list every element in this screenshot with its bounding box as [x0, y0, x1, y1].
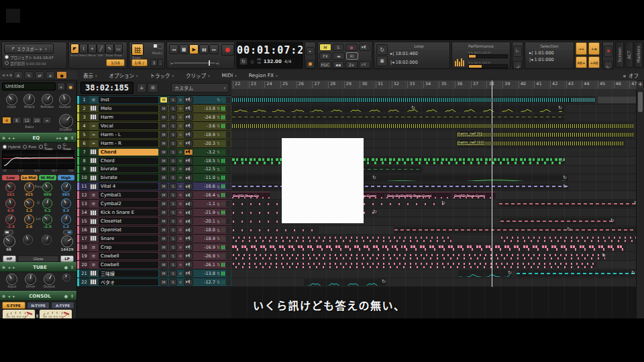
audio-clip[interactable]	[571, 97, 595, 103]
track-name[interactable]: Snare	[99, 235, 158, 242]
track-header-row[interactable]: 17SnareMS-18.9⇅	[77, 235, 231, 243]
track-name[interactable]: Cowbell	[99, 253, 158, 259]
arm-button[interactable]	[178, 174, 183, 182]
transport-position-slider[interactable]: |◂ ▸|	[170, 61, 219, 65]
eq-knob-freq-4[interactable]	[61, 182, 71, 192]
list-icon[interactable]: ≡	[46, 71, 55, 79]
tool-select[interactable]: ISelect	[79, 44, 87, 57]
mute-button[interactable]: M	[160, 270, 168, 277]
ab-button[interactable]: +AB	[588, 56, 600, 68]
track-a-icon[interactable]: A	[13, 71, 23, 79]
eq-header[interactable]: ⊕ ◂ ▸EQ▸▸ ● ⇕	[0, 133, 76, 143]
track-name[interactable]: ベタオ	[99, 279, 158, 286]
selection-corner-icon[interactable]: ∟	[513, 46, 522, 57]
audio-clip[interactable]	[598, 97, 639, 103]
audio-clip[interactable]	[458, 270, 512, 277]
audio-clip[interactable]: DelFD Trap Cy	[231, 192, 270, 198]
arm-button[interactable]	[178, 269, 183, 278]
arm-button[interactable]	[178, 182, 183, 190]
mute-button[interactable]: M	[160, 97, 168, 103]
console-type-a-type[interactable]: A-TYPE	[51, 302, 74, 309]
solo-button[interactable]: S	[169, 174, 177, 181]
toolbar-tab-act[interactable]: ACT	[625, 42, 633, 68]
track-name[interactable]: Crap	[99, 244, 158, 251]
mix-fx-button[interactable]: FX	[319, 52, 331, 60]
preset-field[interactable]: Untitled	[2, 82, 56, 90]
ab-button[interactable]: →+	[576, 42, 587, 55]
automation-cell[interactable]	[226, 218, 231, 225]
stop-button[interactable]: ■	[179, 44, 189, 54]
eq-knob-q-4[interactable]	[61, 198, 71, 208]
comp-attack-knob[interactable]	[23, 94, 35, 105]
track-speaker-button[interactable]	[184, 183, 193, 190]
mute-button[interactable]: M	[160, 235, 168, 242]
menu-トラック[interactable]: トラック▾	[144, 72, 180, 79]
solo-button[interactable]: S	[169, 149, 177, 156]
track-speaker-button[interactable]	[184, 131, 193, 138]
arm-button[interactable]	[178, 139, 183, 147]
mute-button[interactable]: M	[160, 209, 168, 216]
track-header-row[interactable]: 11Vital 4MS-18.6⇅	[77, 182, 231, 191]
mute-button[interactable]: M	[160, 183, 168, 190]
automation-cell[interactable]	[226, 209, 231, 216]
audio-clip[interactable]	[394, 227, 639, 233]
ab-button[interactable]: AB+	[576, 56, 587, 68]
ratio-4[interactable]: 4	[2, 117, 11, 124]
tube-header[interactable]: ⊕ ◂ ▸TUBE● ⇕	[0, 262, 76, 272]
eq-knob-lvl-1[interactable]	[5, 215, 15, 225]
solo-button[interactable]: S	[169, 270, 177, 277]
track-speaker-button[interactable]	[184, 149, 193, 156]
vertical-scrollbar[interactable]	[636, 89, 644, 318]
audio-clip[interactable]: harm_naf (9)	[457, 131, 634, 138]
track-header-row[interactable]: 9bivrateMS-12.5⇅	[77, 166, 231, 174]
mix-speaker-button[interactable]	[359, 44, 371, 51]
scroll-thumb[interactable]	[638, 92, 643, 112]
solo-button[interactable]: S	[169, 166, 177, 172]
solo-button[interactable]: S	[169, 123, 177, 129]
pause-button[interactable]: ▮▮	[199, 44, 209, 54]
track-header-row[interactable]: 20≡CowbellMS-26.1⇅	[77, 261, 231, 269]
audio-clip[interactable]	[231, 114, 566, 121]
add-track-button[interactable]: +	[137, 83, 146, 93]
punch-in-icon[interactable]	[604, 46, 612, 57]
dock-arrows-icon[interactable]: ≪ ▾ ⊞	[2, 73, 12, 77]
eq-mode-e-type[interactable]: E-Type	[39, 143, 54, 151]
automation-cell[interactable]	[226, 166, 231, 173]
mute-button[interactable]: M	[160, 131, 168, 138]
draw-resolution-chip[interactable]: 1/16	[106, 59, 125, 66]
automation-cell[interactable]	[226, 192, 231, 198]
tool-smart[interactable]: ◤Smart	[70, 44, 78, 57]
track-speaker-button[interactable]	[184, 261, 193, 268]
mute-button[interactable]: M	[160, 218, 168, 225]
menu-クリップ[interactable]: クリップ▾	[180, 72, 216, 79]
band-lo-mid[interactable]: Lo Mid	[21, 175, 38, 180]
arm-button[interactable]	[178, 113, 183, 121]
tempo-value[interactable]: 132.00	[264, 59, 282, 64]
record-arm-button[interactable]	[306, 60, 315, 68]
track-speaker-button[interactable]	[184, 105, 193, 112]
prochannel-icon[interactable]: ●	[56, 71, 67, 79]
track-speaker-button[interactable]	[184, 244, 193, 251]
audio-clip[interactable]	[231, 97, 570, 103]
eq-knob-q-2[interactable]	[24, 198, 34, 208]
console-type-n-type[interactable]: N-TYPE	[27, 302, 50, 309]
mute-button[interactable]: M	[160, 174, 168, 181]
track-header-row[interactable]: 1≡InstMS⇅	[77, 96, 231, 105]
loop-selection-icon[interactable]: ▣	[376, 56, 388, 66]
loop-start[interactable]: ▸| 18:01:480	[390, 51, 418, 56]
track-header-row[interactable]: 12≡Cymbal1MS-16.4⇅	[77, 191, 231, 200]
arm-button[interactable]	[178, 191, 183, 199]
ratio-∞[interactable]: ∞	[42, 117, 52, 124]
mute-button[interactable]: M	[160, 200, 168, 207]
arm-button[interactable]	[178, 278, 183, 286]
tube-vu-knob[interactable]	[62, 274, 70, 282]
tool-edit[interactable]: ╱Edit	[97, 44, 105, 57]
menu-Region FX[interactable]: Region FX▾	[243, 72, 284, 79]
gloss-button[interactable]: Gloss	[17, 255, 59, 262]
mix-●-button[interactable]: ●	[345, 44, 358, 51]
comp-release-knob[interactable]	[42, 94, 53, 105]
mix-▪▪-button[interactable]: ▪▪	[333, 61, 345, 68]
automation-cell[interactable]	[226, 279, 231, 286]
snap-num-chip[interactable]: 3	[150, 59, 158, 66]
arm-button[interactable]	[178, 208, 183, 217]
